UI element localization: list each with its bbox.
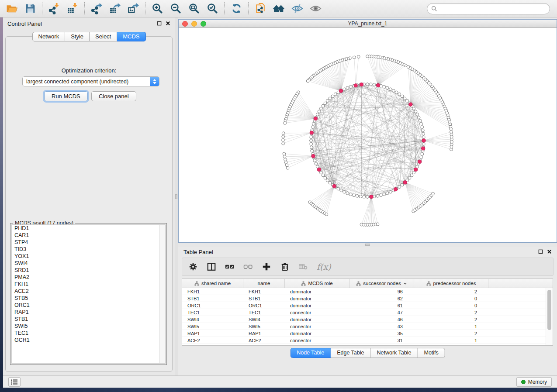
- mcds-list-scrollbar[interactable]: [159, 225, 165, 363]
- table-scrollbar[interactable]: [546, 288, 553, 345]
- search-box[interactable]: [427, 3, 550, 14]
- network-window-titlebar[interactable]: YPA_prune.txt_1: [179, 20, 557, 28]
- houses-icon: [273, 3, 285, 14]
- hide-selected-button[interactable]: [290, 2, 304, 16]
- network-view-canvas[interactable]: [179, 28, 557, 242]
- export-image-icon: [128, 3, 139, 14]
- zoom-fit-button[interactable]: [187, 2, 201, 16]
- tab-select[interactable]: Select: [90, 32, 117, 41]
- mcds-result-item[interactable]: YOX1: [12, 253, 165, 260]
- tab-network[interactable]: Network: [32, 32, 65, 41]
- table-settings-gear-icon[interactable]: [188, 260, 198, 273]
- table-scrollbar-thumb[interactable]: [547, 290, 551, 330]
- tab-style[interactable]: Style: [65, 32, 90, 41]
- task-history-button[interactable]: [8, 377, 21, 387]
- close-panel-button[interactable]: Close panel: [91, 91, 136, 101]
- table-row[interactable]: STB1STB1dominator620: [182, 295, 546, 302]
- table-row[interactable]: SWI5SWI5connector431: [182, 323, 546, 330]
- mcds-result-item[interactable]: SWI4: [12, 260, 165, 267]
- add-column-icon[interactable]: [262, 260, 271, 273]
- tab-node-table[interactable]: Node Table: [290, 348, 331, 358]
- mcds-result-item[interactable]: SWI5: [12, 323, 165, 330]
- mcds-result-item[interactable]: CAR1: [12, 232, 165, 239]
- toolbar-separator: [224, 2, 225, 15]
- mcds-result-list[interactable]: PHD1CAR1STP4TID3YOX1SWI4SRD1PMA2FKH1ACE2…: [11, 224, 166, 364]
- mcds-result-item[interactable]: PMA2: [12, 274, 165, 281]
- mcds-result-item[interactable]: STP4: [12, 239, 165, 246]
- column-header-shared-name[interactable]: shared name: [182, 279, 243, 288]
- deselect-all-icon[interactable]: [243, 260, 253, 273]
- cell-successor-nodes: 31: [349, 338, 414, 343]
- table-row[interactable]: RAP1RAP1dominator352: [182, 330, 546, 337]
- show-columns-icon[interactable]: [207, 260, 216, 273]
- horizontal-splitter-handle[interactable]: [365, 244, 370, 246]
- search-icon: [431, 6, 437, 12]
- table-row[interactable]: FKH1FKH1dominator962: [182, 288, 546, 295]
- mcds-result-item[interactable]: TID3: [12, 246, 165, 253]
- cell-name: FKH1: [243, 289, 285, 294]
- tab-motifs[interactable]: Motifs: [418, 348, 445, 358]
- vertical-splitter-handle[interactable]: [175, 194, 177, 199]
- run-mcds-button[interactable]: Run MCDS: [44, 91, 88, 101]
- dropdown-stepper-icon: [150, 77, 159, 86]
- select-all-icon[interactable]: [225, 260, 235, 273]
- network-from-selection-button[interactable]: [253, 2, 268, 16]
- cell-shared-name: TEC1: [182, 310, 243, 315]
- delete-trash-icon[interactable]: [280, 260, 290, 273]
- table-row[interactable]: SWI4SWI4dominator462: [182, 316, 546, 323]
- open-session-button[interactable]: [4, 2, 19, 16]
- tab-edge-table[interactable]: Edge Table: [331, 348, 370, 358]
- export-network-button[interactable]: [89, 2, 104, 16]
- mcds-result-item[interactable]: ORC1: [12, 302, 165, 309]
- mcds-result-item[interactable]: GCR1: [12, 337, 165, 344]
- table-row[interactable]: ACE2ACE2connector311: [182, 337, 546, 344]
- mcds-result-item[interactable]: STB5: [12, 295, 165, 302]
- mcds-result-item[interactable]: PHD1: [12, 225, 165, 232]
- mcds-result-item[interactable]: FKH1: [12, 281, 165, 288]
- table-row[interactable]: YOX1YOX1connector291: [182, 344, 546, 346]
- export-table-button[interactable]: [107, 2, 122, 16]
- tab-network-table[interactable]: Network Table: [371, 348, 418, 358]
- cell-name: TEC1: [243, 310, 285, 315]
- apply-layout-button[interactable]: [229, 2, 244, 16]
- export-image-button[interactable]: [126, 2, 141, 16]
- search-input[interactable]: [437, 4, 546, 13]
- cell-name: ACE2: [243, 338, 285, 343]
- show-all-button[interactable]: [308, 2, 323, 16]
- mcds-result-item[interactable]: ACE2: [12, 288, 165, 295]
- zoom-in-button[interactable]: [150, 2, 165, 16]
- column-header-MCDS-role[interactable]: MCDS role: [285, 279, 349, 288]
- zoom-selected-button[interactable]: [205, 2, 220, 16]
- column-header-successor-nodes[interactable]: successor nodes: [349, 279, 414, 288]
- criterion-dropdown[interactable]: largest connected component (undirected): [22, 76, 159, 86]
- cell-shared-name: FKH1: [182, 289, 243, 294]
- vertical-splitter[interactable]: [175, 17, 178, 375]
- table-row[interactable]: TEC1TEC1connector472: [182, 309, 546, 316]
- save-session-button[interactable]: [23, 2, 38, 16]
- column-header-name[interactable]: name: [243, 279, 285, 288]
- close-panel-icon[interactable]: [547, 248, 552, 256]
- column-header-predecessor-nodes[interactable]: predecessor nodes: [414, 279, 488, 288]
- float-panel-icon[interactable]: [157, 20, 162, 28]
- mcds-result-item[interactable]: TEC1: [12, 330, 165, 337]
- cell-MCDS-role: connector: [285, 324, 349, 329]
- horizontal-splitter[interactable]: [178, 243, 557, 247]
- doc-share-icon: [255, 3, 266, 14]
- cell-successor-nodes: 47: [349, 310, 414, 315]
- float-panel-icon[interactable]: [538, 248, 543, 256]
- close-panel-icon[interactable]: [166, 20, 170, 28]
- node-table[interactable]: shared namenameMCDS rolesuccessor nodesp…: [182, 279, 553, 346]
- zoom-out-button[interactable]: [168, 2, 183, 16]
- cell-successor-nodes: 62: [349, 296, 414, 301]
- memory-button[interactable]: Memory: [516, 377, 552, 387]
- tab-mcds[interactable]: MCDS: [117, 32, 145, 41]
- control-panel: Control Panel NetworkStyleSelectMCDS Opt…: [3, 17, 175, 375]
- table-row[interactable]: ORC1ORC1dominator610: [182, 302, 546, 309]
- mcds-result-item[interactable]: SRD1: [12, 267, 165, 274]
- import-table-button[interactable]: [65, 2, 80, 16]
- mcds-result-item[interactable]: RAP1: [12, 309, 165, 316]
- network-graph[interactable]: [179, 28, 557, 242]
- import-network-button[interactable]: [47, 2, 62, 16]
- mcds-result-item[interactable]: STB1: [12, 316, 165, 323]
- first-neighbors-button[interactable]: [271, 2, 286, 16]
